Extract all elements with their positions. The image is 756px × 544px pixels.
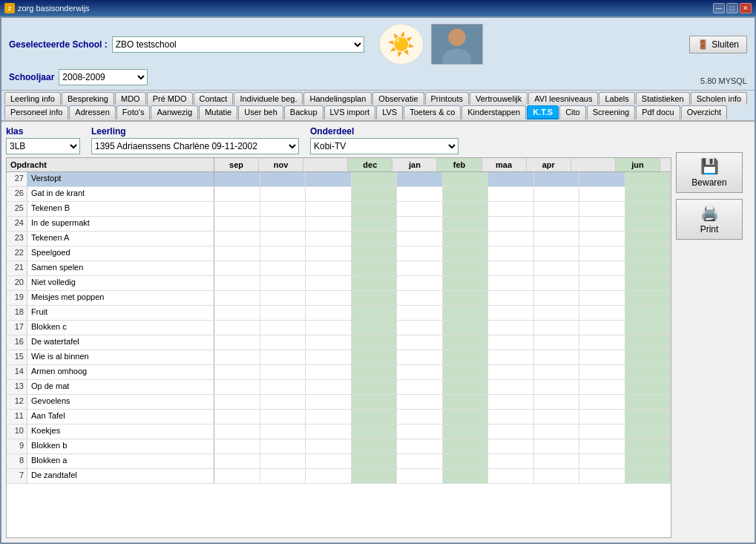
month-cell[interactable] <box>443 261 489 275</box>
month-cell[interactable] <box>443 276 489 290</box>
month-cell[interactable] <box>397 335 443 350</box>
month-cell[interactable] <box>260 454 306 468</box>
month-cell[interactable] <box>352 454 398 468</box>
month-cell[interactable] <box>579 439 625 453</box>
month-cell[interactable] <box>625 187 671 201</box>
month-cell[interactable] <box>352 425 398 439</box>
month-cell[interactable] <box>625 425 671 439</box>
month-cell[interactable] <box>214 469 260 483</box>
month-cell[interactable] <box>306 172 352 186</box>
month-cell[interactable] <box>534 246 580 260</box>
table-row[interactable]: 14Armen omhoog <box>7 365 671 380</box>
month-cell[interactable] <box>534 217 580 231</box>
month-cell[interactable] <box>579 246 625 260</box>
grid-body[interactable]: 27Verstopt26Gat in de krant25Tekenen B24… <box>7 172 671 537</box>
print-button[interactable]: 🖨️ Print <box>676 199 743 240</box>
tab-adressen[interactable]: Adressen <box>69 105 115 119</box>
month-cell[interactable] <box>352 276 398 290</box>
month-cell[interactable] <box>214 172 260 186</box>
tab-overzicht[interactable]: Overzicht <box>681 105 727 119</box>
month-cell[interactable] <box>352 439 398 453</box>
tab-fotos[interactable]: Foto's <box>116 105 151 119</box>
month-cell[interactable] <box>443 232 489 246</box>
month-cell[interactable] <box>443 469 489 483</box>
month-cell[interactable] <box>534 425 580 439</box>
month-cell[interactable] <box>579 425 625 439</box>
month-cell[interactable] <box>625 202 671 216</box>
month-cell[interactable] <box>306 395 352 409</box>
month-cell[interactable] <box>488 202 534 216</box>
month-cell[interactable] <box>488 395 534 409</box>
tab-vertrouwelijk[interactable]: Vertrouwelijk <box>470 92 527 105</box>
month-cell[interactable] <box>579 335 625 350</box>
month-cell[interactable] <box>579 217 625 231</box>
month-cell[interactable] <box>214 395 260 409</box>
table-row[interactable]: 20Niet volledig <box>7 276 671 291</box>
minimize-button[interactable]: — <box>713 3 725 13</box>
month-cell[interactable] <box>306 291 352 305</box>
month-cell[interactable] <box>534 410 580 424</box>
month-cell[interactable] <box>306 454 352 468</box>
month-cell[interactable] <box>306 365 352 379</box>
month-cell[interactable] <box>397 365 443 379</box>
month-cell[interactable] <box>534 232 580 246</box>
month-cell[interactable] <box>397 410 443 424</box>
month-cell[interactable] <box>579 291 625 305</box>
month-cell[interactable] <box>352 306 398 320</box>
month-cell[interactable] <box>443 321 489 335</box>
month-cell[interactable] <box>214 335 260 350</box>
close-button[interactable]: ✕ <box>740 3 752 13</box>
month-cell[interactable] <box>625 172 671 186</box>
month-cell[interactable] <box>214 321 260 335</box>
tab-handelingsplan[interactable]: Handelingsplan <box>303 92 372 105</box>
tab-kinderstappen[interactable]: Kinderstappen <box>461 105 526 119</box>
month-cell[interactable] <box>214 291 260 305</box>
tab-aanwezig[interactable]: Aanwezig <box>151 105 198 119</box>
month-cell[interactable] <box>443 202 489 216</box>
month-cell[interactable] <box>488 350 534 364</box>
month-cell[interactable] <box>352 187 398 201</box>
month-cell[interactable] <box>534 291 580 305</box>
month-cell[interactable] <box>625 232 671 246</box>
month-cell[interactable] <box>260 187 306 201</box>
month-cell[interactable] <box>625 395 671 409</box>
month-cell[interactable] <box>306 380 352 394</box>
month-cell[interactable] <box>214 202 260 216</box>
month-cell[interactable] <box>214 217 260 231</box>
month-cell[interactable] <box>306 439 352 453</box>
month-cell[interactable] <box>625 276 671 290</box>
table-row[interactable]: 11Aan Tafel <box>7 410 671 425</box>
bewaren-button[interactable]: 💾 Bewaren <box>676 152 743 193</box>
month-cell[interactable] <box>260 439 306 453</box>
sluiten-button[interactable]: 🚪 Sluiten <box>689 36 747 53</box>
month-cell[interactable] <box>625 335 671 350</box>
month-cell[interactable] <box>579 202 625 216</box>
month-cell[interactable] <box>260 202 306 216</box>
klas-select[interactable]: 3LB 1A 2A <box>6 138 80 154</box>
tab-cito[interactable]: Cito <box>559 105 586 119</box>
month-cell[interactable] <box>260 276 306 290</box>
month-cell[interactable] <box>397 306 443 320</box>
month-cell[interactable] <box>488 469 534 483</box>
table-row[interactable]: 12Gevoelens <box>7 395 671 410</box>
month-cell[interactable] <box>260 350 306 364</box>
month-cell[interactable] <box>625 217 671 231</box>
maximize-button[interactable]: □ <box>726 3 738 13</box>
month-cell[interactable] <box>397 395 443 409</box>
month-cell[interactable] <box>260 425 306 439</box>
month-cell[interactable] <box>534 395 580 409</box>
month-cell[interactable] <box>443 410 489 424</box>
month-cell[interactable] <box>443 306 489 320</box>
month-cell[interactable] <box>488 217 534 231</box>
month-cell[interactable] <box>579 306 625 320</box>
month-cell[interactable] <box>260 380 306 394</box>
month-cell[interactable] <box>443 350 489 364</box>
month-cell[interactable] <box>534 321 580 335</box>
month-cell[interactable] <box>214 187 260 201</box>
month-cell[interactable] <box>488 187 534 201</box>
month-cell[interactable] <box>625 246 671 260</box>
month-cell[interactable] <box>579 365 625 379</box>
table-row[interactable]: 19Meisjes met poppen <box>7 291 671 306</box>
month-cell[interactable] <box>579 321 625 335</box>
tab-observatie[interactable]: Observatie <box>372 92 424 105</box>
